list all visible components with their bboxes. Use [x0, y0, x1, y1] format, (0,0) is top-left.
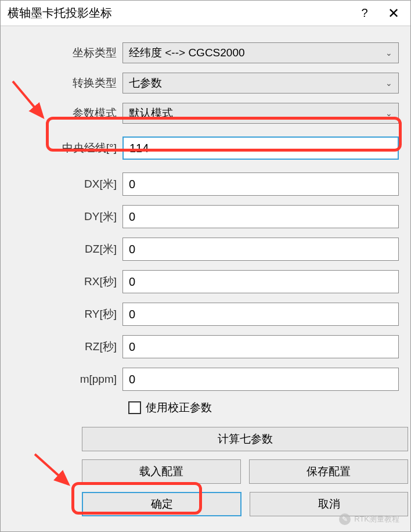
select-coord-type[interactable]: 经纬度 <--> CGCS2000 ⌄ [122, 42, 399, 63]
input-dz[interactable] [122, 238, 399, 261]
input-rz[interactable] [122, 335, 399, 358]
label-m: m[ppm] [12, 373, 122, 386]
label-dx: DX[米] [12, 177, 122, 192]
label-rx: RX[秒] [12, 274, 122, 289]
button-load-config[interactable]: 载入配置 [82, 459, 241, 484]
select-coord-type-value: 经纬度 <--> CGCS2000 [129, 45, 245, 60]
select-transform-type[interactable]: 七参数 ⌄ [122, 73, 399, 94]
close-icon: ✕ [388, 5, 399, 21]
button-cancel-label: 取消 [318, 497, 340, 512]
button-save-label: 保存配置 [307, 464, 351, 479]
chevron-down-icon: ⌄ [385, 78, 392, 88]
row-action-buttons: 确定 取消 [82, 492, 408, 516]
button-save-config[interactable]: 保存配置 [249, 459, 408, 484]
button-calc-label: 计算七参数 [218, 432, 273, 447]
select-transform-type-value: 七参数 [129, 76, 162, 91]
row-ry: RY[秒] [12, 303, 399, 326]
label-rz: RZ[秒] [12, 339, 122, 354]
watermark-text: RTK测量教程 [354, 514, 399, 524]
input-ry[interactable] [122, 303, 399, 326]
row-param-mode: 参数模式 默认模式 ⌄ [12, 103, 399, 124]
chevron-down-icon: ⌄ [385, 109, 392, 118]
dialog-title: 横轴墨卡托投影坐标 [8, 5, 350, 21]
button-load-label: 载入配置 [139, 464, 183, 479]
row-rx: RX[秒] [12, 270, 399, 293]
row-use-correction: 使用校正参数 [128, 400, 399, 415]
row-config-buttons: 载入配置 保存配置 [82, 459, 408, 484]
titlebar: 横轴墨卡托投影坐标 ? ✕ [1, 1, 410, 26]
help-icon: ? [361, 6, 367, 20]
label-dy: DY[米] [12, 209, 122, 224]
row-dx: DX[米] [12, 172, 399, 196]
label-param-mode: 参数模式 [12, 106, 122, 121]
row-dy: DY[米] [12, 205, 399, 228]
input-dy[interactable] [122, 205, 399, 228]
dialog-window: 横轴墨卡托投影坐标 ? ✕ 坐标类型 经纬度 <--> CGCS2000 ⌄ 转… [0, 0, 411, 532]
row-coord-type: 坐标类型 经纬度 <--> CGCS2000 ⌄ [12, 42, 399, 63]
label-ry: RY[秒] [12, 307, 122, 322]
button-ok-label: 确定 [151, 497, 173, 512]
form-content: 坐标类型 经纬度 <--> CGCS2000 ⌄ 转换类型 七参数 ⌄ 参数模式 [1, 26, 410, 532]
label-dz: DZ[米] [12, 242, 122, 257]
input-rx[interactable] [122, 270, 399, 293]
button-cancel[interactable]: 取消 [250, 492, 408, 516]
button-calc-seven-params[interactable]: 计算七参数 [82, 427, 408, 451]
row-dz: DZ[米] [12, 238, 399, 261]
label-central-meridian: 中央经线[°] [12, 141, 122, 156]
input-m[interactable] [122, 368, 399, 391]
button-ok[interactable]: 确定 [82, 492, 241, 516]
chevron-down-icon: ⌄ [385, 48, 392, 57]
help-button[interactable]: ? [350, 1, 379, 26]
row-m: m[ppm] [12, 368, 399, 391]
input-dx[interactable] [122, 172, 399, 196]
select-param-mode[interactable]: 默认模式 ⌄ [122, 103, 399, 124]
row-central-meridian: 中央经线[°] [12, 133, 399, 163]
label-use-correction: 使用校正参数 [146, 400, 212, 415]
close-button[interactable]: ✕ [379, 1, 408, 26]
watermark: ✎ RTK测量教程 [339, 513, 399, 525]
input-central-meridian[interactable] [122, 136, 399, 160]
row-rz: RZ[秒] [12, 335, 399, 358]
row-transform-type: 转换类型 七参数 ⌄ [12, 73, 399, 94]
checkbox-use-correction[interactable] [128, 401, 141, 414]
watermark-icon: ✎ [339, 513, 351, 525]
select-param-mode-value: 默认模式 [129, 106, 173, 121]
label-transform-type: 转换类型 [12, 76, 122, 91]
label-coord-type: 坐标类型 [12, 45, 122, 60]
